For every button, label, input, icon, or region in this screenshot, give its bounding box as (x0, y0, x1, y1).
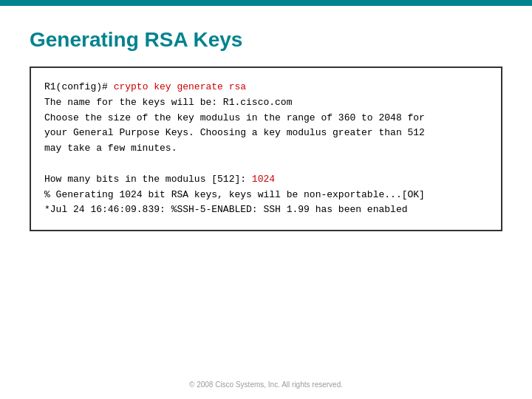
terminal-command: crypto key generate rsa (108, 81, 246, 92)
terminal-line-8: *Jul 24 16:46:09.839: %SSH-5-ENABLED: SS… (44, 202, 488, 218)
terminal-line-5: may take a few minutes. (44, 141, 488, 157)
terminal-blank-line (44, 157, 488, 172)
terminal-box: R1(config)# crypto key generate rsa The … (30, 66, 502, 231)
top-bar (0, 0, 532, 6)
terminal-line-3: Choose the size of the key modulus in th… (44, 111, 488, 126)
terminal-line-2: The name for the keys will be: R1.cisco.… (44, 95, 488, 111)
terminal-prompt: R1(config)# (44, 81, 108, 92)
page-title: Generating RSA Keys (30, 28, 502, 52)
terminal-line-6: How many bits in the modulus [512]: 1024 (44, 172, 488, 188)
modulus-value: 1024 (252, 174, 275, 185)
footer-text: © 2008 Cisco Systems, Inc. All rights re… (0, 381, 532, 389)
terminal-line-1: R1(config)# crypto key generate rsa (44, 80, 488, 95)
terminal-line-7: % Generating 1024 bit RSA keys, keys wil… (44, 188, 488, 203)
terminal-line-4: your General Purpose Keys. Choosing a ke… (44, 126, 488, 141)
